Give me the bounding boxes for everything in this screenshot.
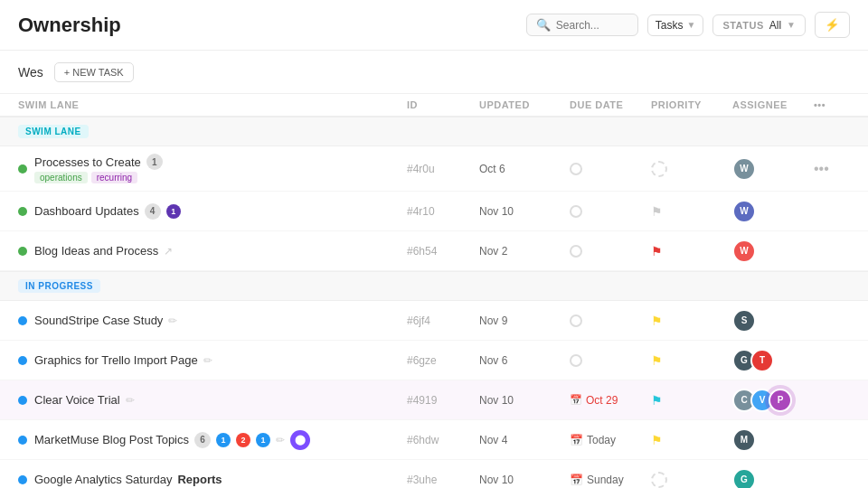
due-indicator [570,245,582,258]
task-name-row: MarketMuse Blog Post Topics 6 1 2 1 ✏ ⬤ [34,430,310,450]
avatar: W [732,200,756,223]
task-name[interactable]: SoundStripe Case Study [34,314,163,327]
task-name-cell: Processes to Create 1 operations recurri… [18,154,407,183]
col-updated: UPDATED [479,99,570,110]
avatar: S [732,309,756,333]
due-indicator [570,163,582,175]
header: Ownership 🔍 Tasks ▼ STATUS All ▼ ⚡ [0,0,868,51]
task-name-row: Clear Voice Trial ✏ [34,393,135,407]
assignee-cell: W [732,239,814,263]
in-progress-section-header: IN PROGRESS [0,271,868,301]
filter-button[interactable]: ⚡ [815,12,850,38]
due-indicator [570,314,582,327]
priority-empty-dashed [651,472,667,488]
task-id: #4r10 [407,205,479,218]
task-name-cell: Graphics for Trello Import Page ✏ [18,353,407,367]
badge-recurring: recurring [91,172,137,183]
task-priority: ⚑ [651,353,732,368]
assignee-cell: C V P [732,389,814,412]
task-name[interactable]: MarketMuse Blog Post Topics [34,433,189,446]
edit-icon[interactable]: ✏ [168,314,177,327]
edit-icon[interactable]: ✏ [126,394,135,407]
avatar: W [732,239,756,263]
task-name-row: Google Analytics Saturday Reports [34,473,222,486]
task-name-row: Processes to Create 1 [34,154,163,170]
flag-icon-yellow: ⚑ [651,353,663,368]
table-row: MarketMuse Blog Post Topics 6 1 2 1 ✏ ⬤ … [0,420,868,460]
task-priority: ⚑ [651,314,732,328]
col-id: ID [407,99,479,110]
task-id: #6gze [407,354,479,367]
task-name[interactable]: Google Analytics Saturday [34,473,172,486]
table-row: Google Analytics Saturday Reports #3uhe … [0,460,868,488]
header-actions: 🔍 Tasks ▼ STATUS All ▼ ⚡ [526,12,850,38]
assignee-cell: M [732,428,814,452]
task-updated: Nov 4 [479,434,570,446]
task-name-cell: SoundStripe Case Study ✏ [18,314,407,327]
task-priority [651,472,732,488]
search-bar[interactable]: 🔍 [526,14,638,36]
status-dot-blue [18,356,27,365]
status-filter[interactable]: STATUS All ▼ [712,14,806,36]
status-dot-blue [18,475,27,484]
task-name[interactable]: Graphics for Trello Import Page [34,353,198,367]
edit-icon[interactable]: ✏ [203,354,212,367]
page-title: Ownership [18,14,121,37]
notification-badge-2: 2 [236,433,250,447]
assignee-cell: W [732,200,814,223]
status-label: STATUS [722,20,763,31]
status-dot-green [18,207,27,216]
count-badge-6: 6 [194,432,211,448]
status-dot-green [18,164,27,174]
assignee-cell: S [732,309,814,333]
due-date-text: Oct 29 [586,394,618,407]
task-name[interactable]: Dashboard Updates [34,204,139,218]
edit-icon[interactable]: ✏ [276,434,285,446]
swim-lane-section-header: SWIM LANE [0,117,868,146]
task-id: #3uhe [407,474,479,486]
task-due [570,354,651,367]
task-due [570,314,651,327]
avatar: M [732,428,756,452]
task-id: #6h54 [407,245,479,258]
task-name-cell: Dashboard Updates 4 1 [18,203,407,220]
calendar-icon: 📅 [570,394,582,406]
task-name-cell: Blog Ideas and Process ↗ [18,244,407,258]
task-id: #6hdw [407,434,479,446]
user-name: Wes [18,65,43,80]
sub-header: Wes + NEW TASK [0,51,868,94]
status-value: All [769,19,781,32]
task-due [570,245,651,258]
calendar-icon: 📅 [570,434,583,446]
task-updated: Oct 6 [479,163,570,175]
task-priority: ⚑ [651,433,732,447]
task-name-row: Graphics for Trello Import Page ✏ [34,353,212,367]
task-name-row: SoundStripe Case Study ✏ [34,314,177,327]
task-due-sunday: 📅 Sunday [570,474,651,486]
assignee-cell: G T [732,349,814,372]
due-indicator [570,354,582,367]
task-updated: Nov 10 [479,394,570,407]
task-name-cell: Clear Voice Trial ✏ [18,393,407,407]
task-name-row: Dashboard Updates 4 1 [34,203,181,220]
table-row: Clear Voice Trial ✏ #4919 Nov 10 📅 Oct 2… [0,380,868,420]
task-due-overdue: 📅 Oct 29 [570,394,651,407]
col-more: ••• [814,99,850,110]
task-name-row: Blog Ideas and Process ↗ [34,244,173,258]
table-row: Processes to Create 1 operations recurri… [0,146,868,192]
col-priority: PRIORITY [651,99,732,110]
task-priority: ⚑ [651,244,732,258]
task-name[interactable]: Clear Voice Trial [34,393,120,407]
due-indicator [570,205,582,218]
avatar-2: T [750,349,774,372]
task-name[interactable]: Blog Ideas and Process [34,244,158,258]
status-dot-blue [18,316,27,325]
search-input[interactable] [556,19,628,32]
priority-empty [651,161,667,177]
flag-icon-yellow: ⚑ [651,314,663,328]
tasks-dropdown[interactable]: Tasks ▼ [647,14,704,36]
more-options-button[interactable]: ••• [814,161,850,177]
new-task-button[interactable]: + NEW TASK [54,62,134,82]
task-name[interactable]: Processes to Create [34,155,141,169]
calendar-icon: 📅 [570,474,583,486]
